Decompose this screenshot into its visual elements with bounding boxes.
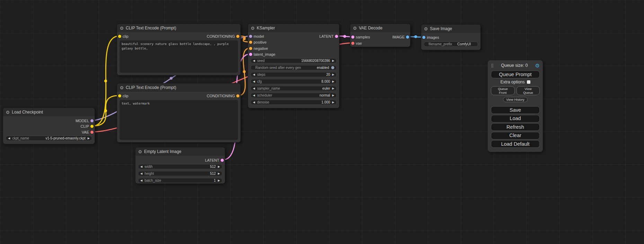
node-load-checkpoint[interactable]: Load Checkpoint MODEL CLIP VAE ◀ ckpt_na… [3, 108, 95, 144]
node-title-bar[interactable]: VAE Decode [350, 24, 410, 32]
batch-size-widget[interactable]: ◀ batch_size 1 ▶ [138, 178, 222, 183]
seed-widget[interactable]: ◀ seed 156680208700286 ▶ [250, 58, 337, 63]
negative-prompt-textarea[interactable]: text, watermark [120, 100, 238, 140]
height-widget[interactable]: ◀ height 512 ▶ [138, 171, 222, 176]
latent-image-input-dot[interactable] [249, 53, 252, 56]
ckpt-name-widget[interactable]: ◀ ckpt_name v1-5-pruned-emaonly.ckpt ▶ [6, 136, 92, 141]
node-title-bar[interactable]: Load Checkpoint [3, 108, 95, 116]
decrement-arrow-icon[interactable]: ◀ [253, 72, 255, 77]
model-input-dot[interactable] [249, 35, 252, 38]
steps-widget[interactable]: ◀ steps 20 ▶ [250, 72, 337, 77]
increment-arrow-icon[interactable]: ▶ [332, 79, 334, 84]
view-queue-button[interactable]: View Queue [517, 86, 540, 95]
random-seed-toggle-widget[interactable]: Random seed after every gen enabled [250, 65, 337, 70]
node-title-bar[interactable]: Save Image [421, 25, 480, 33]
increment-arrow-icon[interactable]: ▶ [332, 93, 334, 98]
increment-arrow-icon[interactable]: ▶ [218, 171, 220, 176]
node-clip-text-encode-positive[interactable]: CLIP Text Encode (Prompt) clip CONDITION… [117, 24, 241, 75]
node-clip-text-encode-negative[interactable]: CLIP Text Encode (Prompt) clip CONDITION… [117, 83, 241, 143]
node-title-bar[interactable]: KSampler [248, 24, 339, 32]
images-input-dot[interactable] [422, 36, 425, 39]
node-title: Load Checkpoint [12, 110, 43, 115]
slot-row-samples-image: samples IMAGE [350, 34, 410, 40]
save-button[interactable]: Save [491, 106, 540, 114]
input-slot-latent-image: latent_image [248, 52, 339, 57]
increment-arrow-icon[interactable]: ▶ [332, 58, 334, 63]
node-title-bar[interactable]: CLIP Text Encode (Prompt) [117, 24, 240, 32]
node-title: VAE Decode [359, 26, 382, 30]
drag-handle-icon[interactable]: ⣿ [491, 64, 494, 67]
settings-gear-icon[interactable]: ⚙ [535, 63, 540, 68]
clip-input-dot[interactable] [118, 35, 121, 38]
filename-prefix-widget[interactable]: filename_prefix ComfyUI [424, 42, 478, 47]
collapse-dot[interactable] [424, 27, 427, 30]
vae-input-dot[interactable] [351, 42, 354, 45]
node-graph-canvas[interactable]: Load Checkpoint MODEL CLIP VAE ◀ ckpt_na… [0, 0, 644, 244]
vae-output-dot[interactable] [90, 131, 94, 134]
decrement-arrow-icon[interactable]: ◀ [253, 58, 255, 63]
extra-options-checkbox[interactable] [527, 80, 530, 84]
increment-arrow-icon[interactable]: ▶ [332, 72, 334, 77]
view-history-button[interactable]: View History [503, 97, 528, 102]
clip-output-dot[interactable] [90, 125, 94, 128]
slot-label: vae [356, 40, 362, 46]
queue-front-button[interactable]: Queue Front [491, 86, 515, 95]
node-save-image[interactable]: Save Image images filename_prefix ComfyU… [421, 24, 481, 50]
node-vae-decode[interactable]: VAE Decode samples IMAGE vae [350, 24, 411, 47]
increment-arrow-icon[interactable]: ▶ [218, 178, 220, 183]
cfg-widget[interactable]: ◀ cfg 8.000 ▶ [250, 79, 337, 84]
queue-prompt-button[interactable]: Queue Prompt [491, 71, 540, 78]
collapse-dot[interactable] [139, 150, 142, 153]
increment-arrow-icon[interactable]: ▶ [332, 100, 334, 105]
decrement-arrow-icon[interactable]: ◀ [140, 171, 142, 176]
collapse-dot[interactable] [120, 27, 123, 30]
image-output-dot[interactable] [406, 36, 409, 39]
menu-header: ⣿ Queue size: 0 ⚙ [491, 62, 540, 69]
node-ksampler[interactable]: KSampler model LATENT positive negative … [248, 24, 339, 108]
model-output-dot[interactable] [90, 119, 94, 123]
collapse-dot[interactable] [6, 111, 9, 114]
width-widget[interactable]: ◀ width 512 ▶ [138, 164, 222, 169]
clip-input-dot[interactable] [118, 94, 121, 98]
load-button[interactable]: Load [491, 115, 540, 123]
widget-label: height [144, 172, 154, 175]
node-title-bar[interactable]: CLIP Text Encode (Prompt) [117, 83, 240, 92]
decrement-arrow-icon[interactable]: ◀ [253, 86, 255, 91]
node-title: Empty Latent Image [144, 149, 181, 154]
decrement-arrow-icon[interactable]: ◀ [140, 164, 142, 169]
denoise-widget[interactable]: ◀ denoise 1.000 ▶ [250, 100, 337, 105]
conditioning-output-dot[interactable] [236, 94, 239, 98]
input-slot-images: images [421, 35, 480, 40]
positive-input-dot[interactable] [249, 41, 252, 44]
clear-button[interactable]: Clear [491, 132, 540, 139]
scheduler-widget[interactable]: ◀ scheduler normal ▶ [250, 93, 337, 98]
samples-input-dot[interactable] [351, 36, 354, 39]
decrement-arrow-icon[interactable]: ◀ [253, 79, 255, 84]
collapse-dot[interactable] [353, 27, 356, 30]
increment-arrow-icon[interactable]: ▶ [88, 136, 90, 141]
node-title-bar[interactable]: Empty Latent Image [135, 147, 225, 156]
collapse-dot[interactable] [251, 27, 254, 30]
toggle-knob[interactable] [331, 66, 334, 69]
node-title: CLIP Text Encode (Prompt) [126, 26, 176, 30]
conditioning-output-dot[interactable] [236, 35, 239, 38]
negative-input-dot[interactable] [249, 47, 252, 50]
node-title: Save Image [430, 26, 452, 31]
decrement-arrow-icon[interactable]: ◀ [253, 100, 255, 105]
increment-arrow-icon[interactable]: ▶ [218, 164, 220, 169]
decrement-arrow-icon[interactable]: ◀ [140, 178, 142, 183]
positive-prompt-textarea[interactable]: beautiful scenery nature glass bottle la… [120, 40, 238, 73]
node-empty-latent-image[interactable]: Empty Latent Image LATENT ◀ width 512 ▶ … [135, 147, 225, 184]
decrement-arrow-icon[interactable]: ◀ [253, 93, 255, 98]
collapse-dot[interactable] [120, 86, 123, 89]
sampler-name-widget[interactable]: ◀ sampler_name euler ▶ [250, 86, 337, 91]
wire-midpoint-dot [170, 77, 173, 80]
latent-output-dot[interactable] [335, 35, 338, 38]
decrement-arrow-icon[interactable]: ◀ [8, 136, 10, 141]
latent-output-dot[interactable] [221, 159, 224, 162]
extra-options-row: Extra options [491, 80, 540, 84]
load-default-button[interactable]: Load Default [491, 140, 540, 148]
refresh-button[interactable]: Refresh [491, 123, 540, 131]
increment-arrow-icon[interactable]: ▶ [332, 86, 334, 91]
widget-label: ckpt_name [12, 136, 29, 140]
